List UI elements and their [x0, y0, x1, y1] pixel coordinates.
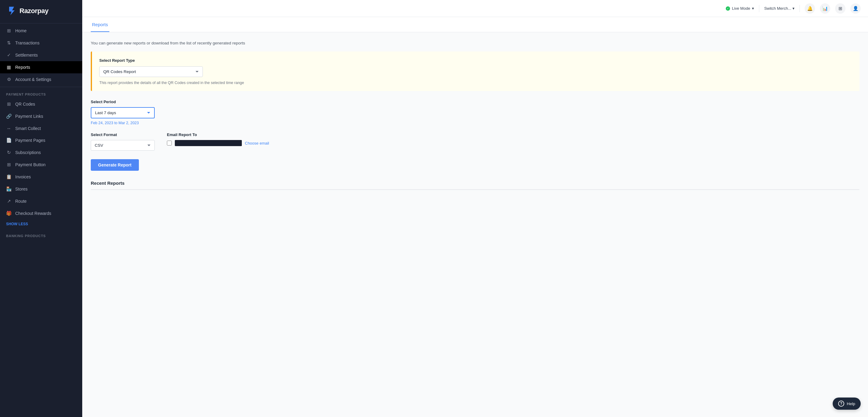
sidebar-item-account-settings-label: Account & Settings	[15, 77, 51, 82]
sidebar-item-checkout-rewards[interactable]: 🎁 Checkout Rewards	[0, 207, 82, 220]
content-inner: Reports You can generate new reports or …	[82, 17, 868, 417]
help-circle-icon: ?	[838, 400, 844, 407]
invoices-icon: 📋	[6, 174, 11, 180]
recent-reports-label: Recent Reports	[91, 181, 860, 186]
sidebar-item-invoices[interactable]: 📋 Invoices	[0, 171, 82, 183]
report-type-select[interactable]: QR Codes Report Payments Report Settleme…	[99, 66, 203, 77]
bell-icon: 🔔	[807, 6, 813, 11]
content-area: Reports You can generate new reports or …	[82, 17, 868, 417]
route-icon: ↗	[6, 198, 11, 204]
sidebar-item-reports-label: Reports	[15, 65, 30, 70]
help-label: Help	[847, 402, 855, 406]
subscriptions-icon: ↻	[6, 150, 11, 155]
email-report-to-label: Email Report To	[167, 132, 269, 137]
account-settings-icon: ⚙	[6, 77, 11, 82]
sidebar-item-home-label: Home	[15, 28, 27, 33]
sidebar-item-qr-codes[interactable]: ⊞ QR Codes	[0, 98, 82, 110]
sidebar-item-payment-pages[interactable]: 📄 Payment Pages	[0, 134, 82, 147]
sidebar-item-route[interactable]: ↗ Route	[0, 195, 82, 207]
sidebar-item-stores[interactable]: 🏪 Stores	[0, 183, 82, 195]
email-value-redacted	[175, 140, 242, 146]
switch-merch-label: Switch Merch...	[764, 6, 791, 11]
sidebar-item-checkout-rewards-label: Checkout Rewards	[15, 211, 51, 216]
sidebar-item-transactions[interactable]: ⇅ Transactions	[0, 37, 82, 49]
qr-codes-icon: ⊞	[6, 101, 11, 107]
page-tabs: Reports	[82, 17, 868, 32]
home-icon: ⊞	[6, 28, 11, 33]
sidebar-item-stores-label: Stores	[15, 187, 27, 191]
reports-icon: ▦	[6, 65, 11, 70]
recent-reports-section: Recent Reports	[91, 181, 860, 190]
reports-body: You can generate new reports or download…	[82, 32, 868, 417]
sidebar-item-account-settings[interactable]: ⚙ Account & Settings	[0, 73, 82, 86]
user-icon: 👤	[853, 6, 859, 11]
main-area: Live Mode ▾ Switch Merch... ▾ 🔔 📊 ⊞ 👤 Re…	[82, 0, 868, 417]
sidebar-logo: Razorpay	[0, 0, 82, 22]
help-button[interactable]: ? Help	[833, 397, 861, 410]
sidebar: Razorpay ⊞ Home ⇅ Transactions ✓ Settlem…	[0, 0, 82, 417]
sidebar-item-settlements[interactable]: ✓ Settlements	[0, 49, 82, 61]
show-less-button[interactable]: SHOW LESS	[0, 220, 82, 230]
svg-marker-0	[9, 7, 14, 15]
activity-icon: 📊	[822, 6, 828, 11]
format-column: Select Format CSV XLSX	[91, 132, 155, 151]
sidebar-item-invoices-label: Invoices	[15, 174, 31, 179]
tab-reports[interactable]: Reports	[91, 17, 109, 32]
profile-button[interactable]: 👤	[850, 3, 861, 14]
format-email-row: Select Format CSV XLSX Email Report To C…	[91, 132, 860, 151]
settlements-icon: ✓	[6, 52, 11, 58]
email-column: Email Report To Choose email	[167, 132, 269, 146]
sidebar-item-subscriptions-label: Subscriptions	[15, 150, 41, 155]
sidebar-item-settlements-label: Settlements	[15, 53, 38, 58]
transactions-icon: ⇅	[6, 40, 11, 46]
sidebar-item-payment-links[interactable]: 🔗 Payment Links	[0, 110, 82, 122]
apps-grid-icon: ⊞	[838, 6, 842, 11]
topbar-divider-1	[759, 5, 759, 12]
payment-pages-icon: 📄	[6, 137, 11, 143]
recent-reports-table	[91, 189, 860, 190]
activity-button[interactable]: 📊	[820, 3, 830, 14]
sidebar-item-reports[interactable]: ▦ Reports	[0, 61, 82, 73]
info-text: You can generate new reports or download…	[91, 41, 860, 45]
notifications-button[interactable]: 🔔	[805, 3, 815, 14]
report-type-description: This report provides the details of all …	[99, 81, 852, 85]
banking-products-section-label: BANKING PRODUCTS	[0, 230, 82, 239]
sidebar-item-smart-collect-label: Smart Collect	[15, 126, 41, 131]
sidebar-top-divider	[0, 23, 82, 24]
sidebar-item-smart-collect[interactable]: ↔ Smart Collect	[0, 122, 82, 134]
select-report-type-label: Select Report Type	[99, 58, 852, 63]
email-row: Choose email	[167, 140, 269, 146]
period-select[interactable]: Last 7 days Last 30 days Custom Range	[91, 107, 155, 119]
live-mode-indicator	[726, 6, 730, 11]
sidebar-item-transactions-label: Transactions	[15, 40, 40, 45]
payment-button-icon: ⊞	[6, 162, 11, 167]
select-period-label: Select Period	[91, 99, 860, 104]
payment-products-section-label: PAYMENT PRODUCTS	[0, 88, 82, 98]
report-type-card: Select Report Type QR Codes Report Payme…	[91, 52, 860, 91]
payment-links-icon: 🔗	[6, 114, 11, 119]
live-mode-dropdown-icon: ▾	[752, 6, 754, 11]
checkout-rewards-icon: 🎁	[6, 211, 11, 216]
sidebar-item-payment-button[interactable]: ⊞ Payment Button	[0, 159, 82, 171]
logo-text: Razorpay	[20, 7, 49, 15]
sidebar-item-subscriptions[interactable]: ↻ Subscriptions	[0, 147, 82, 159]
switch-merchant-button[interactable]: Switch Merch... ▾	[764, 6, 795, 11]
live-mode-label: Live Mode	[732, 6, 750, 11]
sidebar-item-payment-pages-label: Payment Pages	[15, 138, 45, 143]
email-checkbox[interactable]	[167, 140, 172, 146]
topbar: Live Mode ▾ Switch Merch... ▾ 🔔 📊 ⊞ 👤	[82, 0, 868, 17]
smart-collect-icon: ↔	[6, 126, 11, 131]
apps-button[interactable]: ⊞	[835, 3, 845, 14]
date-range-text: Feb 24, 2023 to Mar 2, 2023	[91, 121, 860, 125]
generate-report-button[interactable]: Generate Report	[91, 159, 139, 171]
format-select[interactable]: CSV XLSX	[91, 140, 155, 151]
stores-icon: 🏪	[6, 186, 11, 192]
sidebar-item-home[interactable]: ⊞ Home	[0, 25, 82, 37]
razorpay-logo-icon	[6, 5, 17, 17]
choose-email-link[interactable]: Choose email	[245, 141, 269, 146]
select-format-label: Select Format	[91, 132, 155, 137]
sidebar-item-qr-codes-label: QR Codes	[15, 102, 35, 106]
topbar-divider-2	[800, 5, 800, 12]
live-mode-button[interactable]: Live Mode ▾	[726, 6, 754, 11]
sidebar-item-route-label: Route	[15, 199, 27, 204]
